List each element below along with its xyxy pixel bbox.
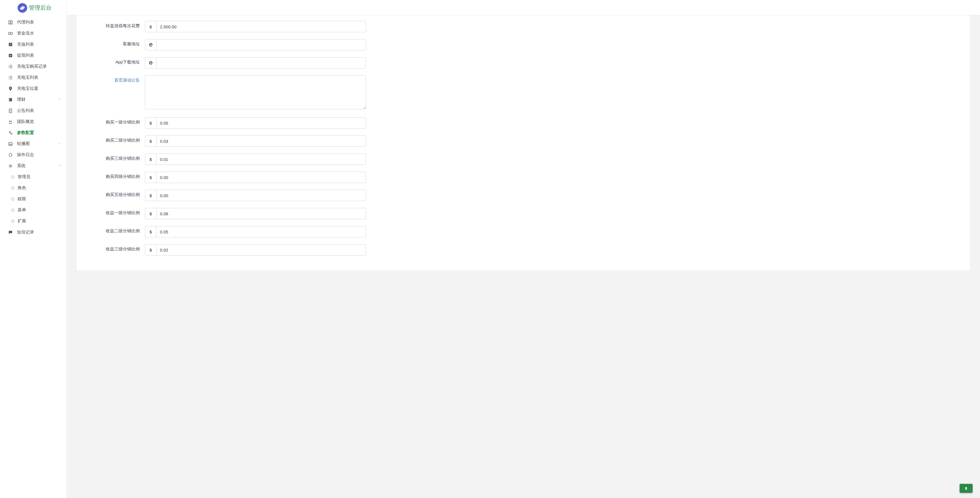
form-row-buy_l2: 购买二级分销比例$ <box>85 132 961 150</box>
sidebar-item-label: 轮播图 <box>17 141 30 146</box>
nav-list: 代理列表资金流水A充值列表提现列表充电宝购买记录充电宝列表充电宝位置理财公告列表… <box>0 16 66 243</box>
svg-point-16 <box>10 143 10 144</box>
user-card-icon <box>8 20 13 25</box>
sidebar-item-6[interactable]: 充电宝位置 <box>0 83 66 94</box>
sidebar-item-label: 团队概览 <box>17 119 34 124</box>
sidebar-subitem-label: 扩展 <box>18 219 26 224</box>
svg-point-12 <box>11 121 12 122</box>
list-icon <box>8 64 13 69</box>
form-control-rev_l2: $ <box>145 226 366 237</box>
brand-logo-icon <box>18 3 27 13</box>
sidebar-item-label: 资金流水 <box>17 30 34 36</box>
topbar <box>67 0 980 15</box>
sidebar-item-13[interactable]: 系统 <box>0 160 66 171</box>
pin-icon <box>8 86 13 91</box>
form-control-buy_l1: $ <box>145 117 366 128</box>
input-rev_l1[interactable] <box>156 208 366 219</box>
sidebar-item-4[interactable]: 充电宝购买记录 <box>0 61 66 72</box>
sidebar-subitem-label: 角色 <box>18 185 26 190</box>
gear-icon <box>8 163 13 168</box>
sidebar-item-0[interactable]: 代理列表 <box>0 17 66 28</box>
input-rev_l2[interactable] <box>156 226 366 237</box>
sidebar-item-label: 操作日志 <box>17 152 34 157</box>
form-control-app_url <box>145 57 366 68</box>
sidebar-subitem-13-1[interactable]: 角色 <box>0 182 66 193</box>
sidebar-item-8[interactable]: 公告列表 <box>0 105 66 116</box>
sidebar-item-5[interactable]: 充电宝列表 <box>0 72 66 83</box>
sidebar-item-label: 参数配置 <box>17 130 34 135</box>
dollar-icon: $ <box>145 135 156 147</box>
form-control-cs_url <box>145 39 366 51</box>
sidebar-subitem-13-4[interactable]: 扩展 <box>0 216 66 227</box>
cash-icon <box>8 31 13 36</box>
sidebar-item-14[interactable]: 短信记录 <box>0 227 66 238</box>
sidebar-item-10[interactable]: 参数配置 <box>0 127 66 138</box>
dollar-icon: $ <box>145 21 156 32</box>
form-label-rev_l2: 收益二级分销比例 <box>85 226 145 234</box>
input-buy_l4[interactable] <box>156 172 366 183</box>
sidebar-subitem-13-0[interactable]: 管理员 <box>0 171 66 182</box>
circle-icon <box>8 152 13 157</box>
sidebar-item-11[interactable]: 轮播图 <box>0 138 66 149</box>
svg-point-13 <box>10 132 11 133</box>
sidebar-subitem-13-2[interactable]: 权限 <box>0 193 66 205</box>
dollar-icon: $ <box>145 154 156 165</box>
scroll-to-top-button[interactable] <box>959 484 973 493</box>
book-icon <box>8 97 13 102</box>
textarea-home_notice[interactable] <box>145 75 366 109</box>
circle-outline-icon <box>11 198 14 201</box>
dollar-icon: $ <box>145 172 156 183</box>
sidebar-item-1[interactable]: 资金流水 <box>0 28 66 39</box>
sidebar-item-12[interactable]: 操作日志 <box>0 149 66 160</box>
form-row-app_url: App下载地址 <box>85 54 961 72</box>
svg-point-14 <box>11 133 12 134</box>
form-label-buy_l2: 购买二级分销比例 <box>85 135 145 143</box>
input-buy_l3[interactable] <box>156 154 366 165</box>
dollar-icon: $ <box>145 117 156 128</box>
sidebar-item-3[interactable]: 提现列表 <box>0 50 66 61</box>
sidebar-item-label: 充电宝购买记录 <box>17 64 47 69</box>
form-control-buy_l4: $ <box>145 172 366 183</box>
sidebar-item-label: 代理列表 <box>17 19 34 25</box>
form-row-buy_l1: 购买一级分销比例$ <box>85 114 961 132</box>
form-control-buy_l3: $ <box>145 154 366 165</box>
arrow-up-icon <box>964 486 968 491</box>
withdraw-icon <box>8 53 13 58</box>
circle-outline-icon <box>11 209 14 212</box>
sidebar-item-7[interactable]: 理财 <box>0 94 66 105</box>
sidebar-item-label: 公告列表 <box>17 108 34 113</box>
sidebar-item-2[interactable]: A充值列表 <box>0 39 66 50</box>
sidebar-subitem-label: 菜单 <box>18 207 26 213</box>
input-app_url[interactable] <box>156 57 366 68</box>
sidebar-item-9[interactable]: 团队概览 <box>0 116 66 127</box>
list2-icon <box>8 75 13 80</box>
comment-icon <box>8 230 13 235</box>
sidebar: 管理后台 代理列表资金流水A充值列表提现列表充电宝购买记录充电宝列表充电宝位置理… <box>0 0 67 498</box>
form-label-app_url: App下载地址 <box>85 57 145 65</box>
svg-point-7 <box>10 87 11 88</box>
circle-outline-icon <box>11 220 14 223</box>
form-label-buy_l4: 购买四级分销比例 <box>85 172 145 179</box>
input-buy_l2[interactable] <box>156 135 366 147</box>
sidebar-subitem-13-3[interactable]: 菜单 <box>0 205 66 216</box>
input-buy_l5[interactable] <box>156 190 366 201</box>
form-row-rev_l1: 收益一级分销比例$ <box>85 205 961 223</box>
input-rev_l3[interactable] <box>156 244 366 255</box>
svg-rect-9 <box>10 98 10 102</box>
svg-point-11 <box>10 121 11 122</box>
form-label-cs_url: 客服地址 <box>85 39 145 47</box>
form-row-buy_l3: 购买三级分销比例$ <box>85 150 961 168</box>
sidebar-subitem-label: 权限 <box>18 196 26 202</box>
dollar-icon: $ <box>145 190 156 201</box>
form-row-rev_l2: 收益二级分销比例$ <box>85 223 961 241</box>
form-control-spin_cost: $ <box>145 21 366 32</box>
input-spin_cost[interactable] <box>156 21 366 32</box>
form-control-buy_l2: $ <box>145 135 366 147</box>
sidebar-item-label: 充电宝列表 <box>17 75 38 80</box>
input-buy_l1[interactable] <box>156 117 366 128</box>
form-label-buy_l1: 购买一级分销比例 <box>85 117 145 125</box>
sidebar-item-label: 理财 <box>17 97 25 102</box>
content-scroll[interactable]: 转盘游戏每次花费$客服地址App下载地址首页滚动公告购买一级分销比例$购买二级分… <box>67 15 980 498</box>
input-cs_url[interactable] <box>156 39 366 51</box>
form-row-buy_l4: 购买四级分销比例$ <box>85 168 961 186</box>
